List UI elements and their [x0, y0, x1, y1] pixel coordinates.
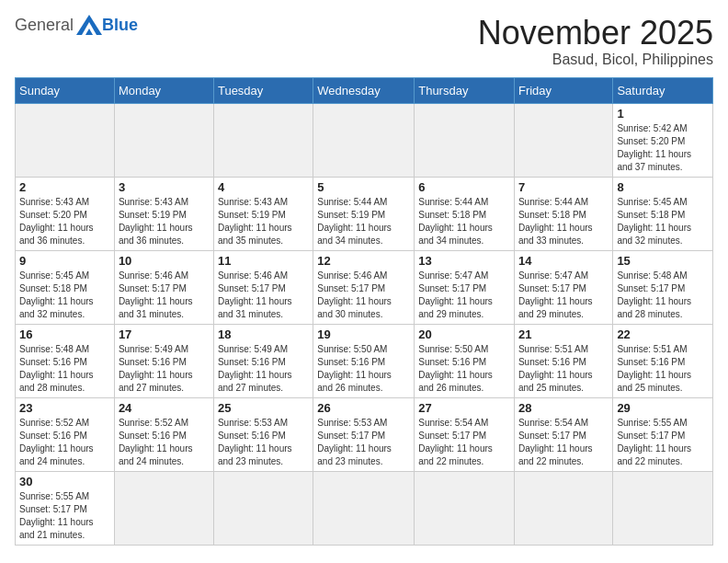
weekday-header-monday: Monday	[114, 77, 213, 103]
day-number: 16	[19, 327, 110, 341]
day-number: 9	[19, 254, 110, 268]
day-info: Sunrise: 5:46 AM Sunset: 5:17 PM Dayligh…	[317, 270, 410, 321]
weekday-header-row: SundayMondayTuesdayWednesdayThursdayFrid…	[16, 77, 713, 103]
calendar-cell: 2Sunrise: 5:43 AM Sunset: 5:20 PM Daylig…	[16, 177, 115, 250]
calendar-cell: 19Sunrise: 5:50 AM Sunset: 5:16 PM Dayli…	[313, 324, 415, 397]
calendar-cell	[313, 103, 415, 177]
calendar-cell: 28Sunrise: 5:54 AM Sunset: 5:17 PM Dayli…	[514, 397, 612, 471]
week-row-1: 1Sunrise: 5:42 AM Sunset: 5:20 PM Daylig…	[16, 103, 713, 177]
day-number: 4	[218, 180, 309, 194]
day-info: Sunrise: 5:47 AM Sunset: 5:17 PM Dayligh…	[418, 270, 510, 321]
calendar-cell	[213, 103, 313, 177]
weekday-header-thursday: Thursday	[415, 77, 515, 103]
calendar-cell: 14Sunrise: 5:47 AM Sunset: 5:17 PM Dayli…	[514, 250, 612, 324]
calendar-cell	[114, 103, 213, 177]
calendar-cell	[613, 471, 713, 545]
day-number: 17	[119, 327, 210, 341]
day-info: Sunrise: 5:47 AM Sunset: 5:17 PM Dayligh…	[518, 270, 609, 321]
day-info: Sunrise: 5:43 AM Sunset: 5:20 PM Dayligh…	[19, 196, 110, 247]
week-row-6: 30Sunrise: 5:55 AM Sunset: 5:17 PM Dayli…	[16, 471, 713, 545]
calendar-cell: 9Sunrise: 5:45 AM Sunset: 5:18 PM Daylig…	[16, 250, 115, 324]
day-number: 27	[418, 401, 510, 415]
day-number: 23	[19, 401, 110, 415]
weekday-header-wednesday: Wednesday	[313, 77, 415, 103]
day-info: Sunrise: 5:46 AM Sunset: 5:17 PM Dayligh…	[119, 270, 210, 321]
calendar-cell: 6Sunrise: 5:44 AM Sunset: 5:18 PM Daylig…	[415, 177, 515, 250]
day-number: 8	[617, 180, 709, 194]
month-title: November 2025	[478, 15, 713, 52]
logo-general-text: General	[15, 16, 74, 35]
calendar-cell	[514, 103, 612, 177]
calendar-cell: 1Sunrise: 5:42 AM Sunset: 5:20 PM Daylig…	[613, 103, 713, 177]
calendar: SundayMondayTuesdayWednesdayThursdayFrid…	[15, 77, 713, 546]
day-info: Sunrise: 5:54 AM Sunset: 5:17 PM Dayligh…	[418, 417, 510, 468]
day-number: 24	[119, 401, 210, 415]
calendar-cell: 8Sunrise: 5:45 AM Sunset: 5:18 PM Daylig…	[613, 177, 713, 250]
calendar-cell: 11Sunrise: 5:46 AM Sunset: 5:17 PM Dayli…	[213, 250, 313, 324]
calendar-cell: 20Sunrise: 5:50 AM Sunset: 5:16 PM Dayli…	[415, 324, 515, 397]
calendar-cell: 18Sunrise: 5:49 AM Sunset: 5:16 PM Dayli…	[213, 324, 313, 397]
location-title: Basud, Bicol, Philippines	[478, 52, 713, 68]
day-number: 11	[218, 254, 309, 268]
day-info: Sunrise: 5:51 AM Sunset: 5:16 PM Dayligh…	[617, 343, 709, 395]
weekday-header-saturday: Saturday	[613, 77, 713, 103]
calendar-cell: 4Sunrise: 5:43 AM Sunset: 5:19 PM Daylig…	[213, 177, 313, 250]
calendar-cell	[415, 103, 515, 177]
day-info: Sunrise: 5:42 AM Sunset: 5:20 PM Dayligh…	[617, 122, 709, 174]
calendar-cell: 23Sunrise: 5:52 AM Sunset: 5:16 PM Dayli…	[16, 397, 115, 471]
week-row-4: 16Sunrise: 5:48 AM Sunset: 5:16 PM Dayli…	[16, 324, 713, 397]
week-row-2: 2Sunrise: 5:43 AM Sunset: 5:20 PM Daylig…	[16, 177, 713, 250]
day-number: 14	[518, 254, 609, 268]
calendar-cell: 3Sunrise: 5:43 AM Sunset: 5:19 PM Daylig…	[114, 177, 213, 250]
calendar-cell: 26Sunrise: 5:53 AM Sunset: 5:17 PM Dayli…	[313, 397, 415, 471]
day-info: Sunrise: 5:50 AM Sunset: 5:16 PM Dayligh…	[418, 343, 510, 395]
calendar-cell	[16, 103, 115, 177]
calendar-cell: 15Sunrise: 5:48 AM Sunset: 5:17 PM Dayli…	[613, 250, 713, 324]
day-info: Sunrise: 5:43 AM Sunset: 5:19 PM Dayligh…	[119, 196, 210, 247]
calendar-cell: 27Sunrise: 5:54 AM Sunset: 5:17 PM Dayli…	[415, 397, 515, 471]
day-number: 29	[617, 401, 709, 415]
day-info: Sunrise: 5:50 AM Sunset: 5:16 PM Dayligh…	[317, 343, 410, 395]
calendar-cell: 29Sunrise: 5:55 AM Sunset: 5:17 PM Dayli…	[613, 397, 713, 471]
day-info: Sunrise: 5:55 AM Sunset: 5:17 PM Dayligh…	[617, 417, 709, 468]
day-number: 5	[317, 180, 410, 194]
weekday-header-friday: Friday	[514, 77, 612, 103]
calendar-cell	[313, 471, 415, 545]
day-number: 2	[19, 180, 110, 194]
calendar-cell	[514, 471, 612, 545]
header: General Blue November 2025 Basud, Bicol,…	[15, 15, 713, 68]
calendar-cell: 22Sunrise: 5:51 AM Sunset: 5:16 PM Dayli…	[613, 324, 713, 397]
day-info: Sunrise: 5:45 AM Sunset: 5:18 PM Dayligh…	[19, 270, 110, 321]
day-info: Sunrise: 5:44 AM Sunset: 5:18 PM Dayligh…	[418, 196, 510, 247]
day-number: 13	[418, 254, 510, 268]
day-number: 10	[119, 254, 210, 268]
day-info: Sunrise: 5:53 AM Sunset: 5:16 PM Dayligh…	[218, 417, 309, 468]
day-number: 21	[518, 327, 609, 341]
day-number: 15	[617, 254, 709, 268]
day-info: Sunrise: 5:51 AM Sunset: 5:16 PM Dayligh…	[518, 343, 609, 395]
title-area: November 2025 Basud, Bicol, Philippines	[478, 15, 713, 68]
day-info: Sunrise: 5:44 AM Sunset: 5:19 PM Dayligh…	[317, 196, 410, 247]
day-info: Sunrise: 5:49 AM Sunset: 5:16 PM Dayligh…	[119, 343, 210, 395]
day-info: Sunrise: 5:54 AM Sunset: 5:17 PM Dayligh…	[518, 417, 609, 468]
calendar-cell	[114, 471, 213, 545]
day-number: 19	[317, 327, 410, 341]
day-info: Sunrise: 5:48 AM Sunset: 5:17 PM Dayligh…	[617, 270, 709, 321]
weekday-header-sunday: Sunday	[16, 77, 115, 103]
day-number: 18	[218, 327, 309, 341]
day-info: Sunrise: 5:52 AM Sunset: 5:16 PM Dayligh…	[19, 417, 110, 468]
calendar-cell: 7Sunrise: 5:44 AM Sunset: 5:18 PM Daylig…	[514, 177, 612, 250]
weekday-header-tuesday: Tuesday	[213, 77, 313, 103]
day-number: 3	[119, 180, 210, 194]
calendar-cell	[415, 471, 515, 545]
day-number: 30	[19, 475, 110, 488]
calendar-cell: 24Sunrise: 5:52 AM Sunset: 5:16 PM Dayli…	[114, 397, 213, 471]
calendar-cell: 25Sunrise: 5:53 AM Sunset: 5:16 PM Dayli…	[213, 397, 313, 471]
logo-icon	[76, 15, 102, 35]
day-number: 20	[418, 327, 510, 341]
calendar-cell: 30Sunrise: 5:55 AM Sunset: 5:17 PM Dayli…	[16, 471, 115, 545]
day-info: Sunrise: 5:46 AM Sunset: 5:17 PM Dayligh…	[218, 270, 309, 321]
day-number: 12	[317, 254, 410, 268]
day-number: 6	[418, 180, 510, 194]
day-info: Sunrise: 5:44 AM Sunset: 5:18 PM Dayligh…	[518, 196, 609, 247]
